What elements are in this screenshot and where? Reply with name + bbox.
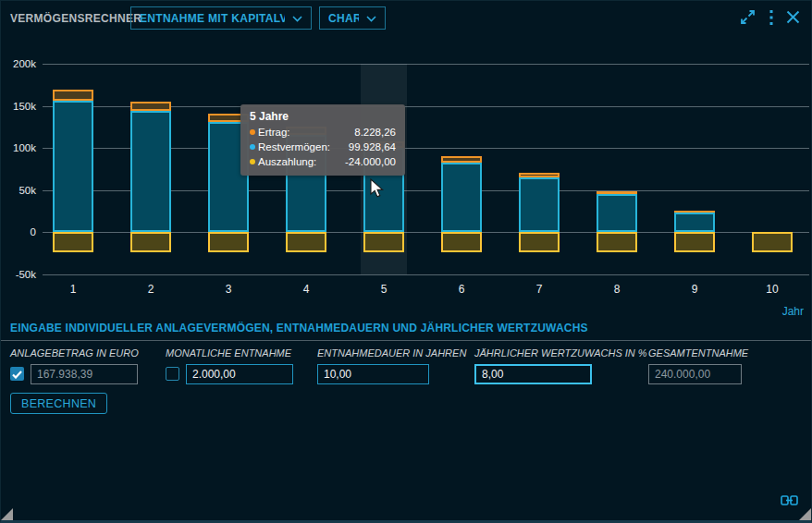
window-corner bbox=[1, 508, 13, 520]
bar-restvermoegen[interactable] bbox=[130, 111, 171, 232]
chevron-down-icon bbox=[366, 12, 376, 25]
y-tick-label: 200k bbox=[1, 58, 36, 69]
x-tick-label: 10 bbox=[752, 283, 793, 296]
bar-ertrag[interactable] bbox=[130, 102, 171, 111]
grid-line bbox=[43, 274, 809, 275]
x-tick-label: 5 bbox=[363, 283, 404, 296]
bar-auszahlung[interactable] bbox=[286, 232, 326, 252]
grid-line bbox=[43, 148, 809, 149]
y-tick-label: 150k bbox=[1, 101, 36, 112]
wealth-calculator-window: VERMÖGENSRECHNER ENTNAHME MIT KAPITALV..… bbox=[0, 0, 812, 523]
label-entnahmedauer: ENTNAHMEDAUER IN JAHREN bbox=[317, 347, 466, 359]
bar-ertrag[interactable] bbox=[674, 211, 715, 214]
mode-dropdown[interactable]: ENTNAHME MIT KAPITALV... bbox=[130, 6, 312, 30]
bar-restvermoegen[interactable] bbox=[53, 101, 93, 232]
close-icon[interactable] bbox=[786, 10, 800, 24]
anlagebetrag-checkbox[interactable] bbox=[10, 367, 24, 381]
section-divider bbox=[1, 340, 812, 341]
bar-ertrag[interactable] bbox=[519, 173, 560, 177]
bar-restvermoegen[interactable] bbox=[674, 213, 715, 232]
chart-tooltip: 5 Jahre Ertrag: 8.228,26 Restvermögen: 9… bbox=[240, 104, 405, 176]
bar-ertrag[interactable] bbox=[597, 191, 637, 195]
kebab-menu-icon[interactable] bbox=[769, 10, 773, 25]
fullscreen-icon[interactable] bbox=[739, 8, 757, 26]
bar-auszahlung[interactable] bbox=[597, 232, 637, 252]
bar-restvermoegen[interactable] bbox=[597, 194, 637, 232]
bar-auszahlung[interactable] bbox=[674, 232, 715, 252]
monatliche-entnahme-input[interactable] bbox=[186, 364, 293, 384]
bar-auszahlung[interactable] bbox=[752, 232, 793, 252]
grid-line bbox=[43, 64, 809, 65]
berechnen-button[interactable]: BERECHNEN bbox=[10, 393, 107, 414]
label-wertzuwachs: JÄHRLICHER WERTZUWACHS IN % bbox=[474, 347, 647, 359]
mouse-cursor bbox=[369, 178, 388, 202]
y-tick-label: -50k bbox=[1, 269, 36, 280]
chevron-down-icon bbox=[292, 12, 302, 25]
x-tick-label: 1 bbox=[53, 283, 93, 296]
tooltip-row-restvermoegen: Restvermögen: 99.928,64 bbox=[250, 140, 396, 154]
form-section-title: EINGABE INDIVIDUELLER ANLAGEVERMÖGEN, EN… bbox=[10, 322, 588, 334]
series-dot-ertrag bbox=[250, 129, 255, 135]
x-axis-title: Jahr bbox=[782, 305, 804, 318]
label-monatliche-entnahme: MONATLICHE ENTNAHME bbox=[166, 347, 291, 359]
x-tick-label: 7 bbox=[519, 283, 560, 296]
anlagebetrag-input[interactable] bbox=[31, 364, 138, 384]
link-icon[interactable] bbox=[781, 493, 798, 509]
bar-restvermoegen[interactable] bbox=[519, 177, 560, 232]
monatliche-entnahme-checkbox[interactable] bbox=[166, 367, 179, 381]
tooltip-row-auszahlung: Auszahlung: -24.000,00 bbox=[250, 154, 396, 169]
chart-type-dropdown[interactable]: CHART bbox=[319, 6, 386, 30]
tooltip-row-ertrag: Ertrag: 8.228,26 bbox=[250, 125, 396, 140]
bar-auszahlung[interactable] bbox=[53, 232, 93, 252]
wertzuwachs-input[interactable] bbox=[474, 364, 592, 384]
tooltip-title: 5 Jahre bbox=[250, 110, 396, 123]
entnahmedauer-input[interactable] bbox=[317, 364, 429, 384]
bar-ertrag[interactable] bbox=[53, 90, 93, 100]
series-dot-auszahlung bbox=[250, 159, 255, 164]
bar-restvermoegen[interactable] bbox=[441, 163, 482, 232]
x-tick-label: 3 bbox=[208, 283, 249, 296]
gesamtentnahme-input[interactable] bbox=[648, 364, 742, 384]
chart-plot-area: 200k150k100k50k0-50k12345678910 bbox=[1, 1, 812, 523]
y-tick-label: 50k bbox=[1, 185, 36, 196]
grid-line bbox=[43, 106, 809, 107]
x-tick-label: 6 bbox=[441, 283, 482, 296]
y-tick-label: 0 bbox=[1, 226, 36, 237]
mode-dropdown-value: ENTNAHME MIT KAPITALV... bbox=[140, 12, 285, 25]
bar-auszahlung[interactable] bbox=[519, 232, 560, 252]
x-tick-label: 8 bbox=[597, 283, 637, 296]
y-tick-label: 100k bbox=[1, 142, 36, 153]
bar-auszahlung[interactable] bbox=[208, 232, 249, 252]
chart-type-dropdown-value: CHART bbox=[328, 12, 359, 25]
series-dot-restvermoegen bbox=[250, 144, 255, 150]
label-gesamtentnahme: GESAMTENTNAHME bbox=[648, 347, 748, 359]
x-tick-label: 4 bbox=[286, 283, 326, 296]
resize-handle[interactable] bbox=[799, 508, 811, 520]
label-anlagebetrag: ANLAGEBETRAG IN EURO bbox=[10, 347, 139, 359]
grid-line bbox=[43, 232, 809, 233]
grid-line bbox=[43, 190, 809, 191]
bar-auszahlung[interactable] bbox=[363, 232, 404, 252]
bar-ertrag[interactable] bbox=[441, 156, 482, 162]
bar-auszahlung[interactable] bbox=[130, 232, 171, 252]
x-tick-label: 2 bbox=[130, 283, 171, 296]
bar-auszahlung[interactable] bbox=[441, 232, 482, 252]
check-icon bbox=[12, 366, 22, 383]
x-tick-label: 9 bbox=[674, 283, 715, 296]
app-title: VERMÖGENSRECHNER bbox=[10, 12, 141, 25]
